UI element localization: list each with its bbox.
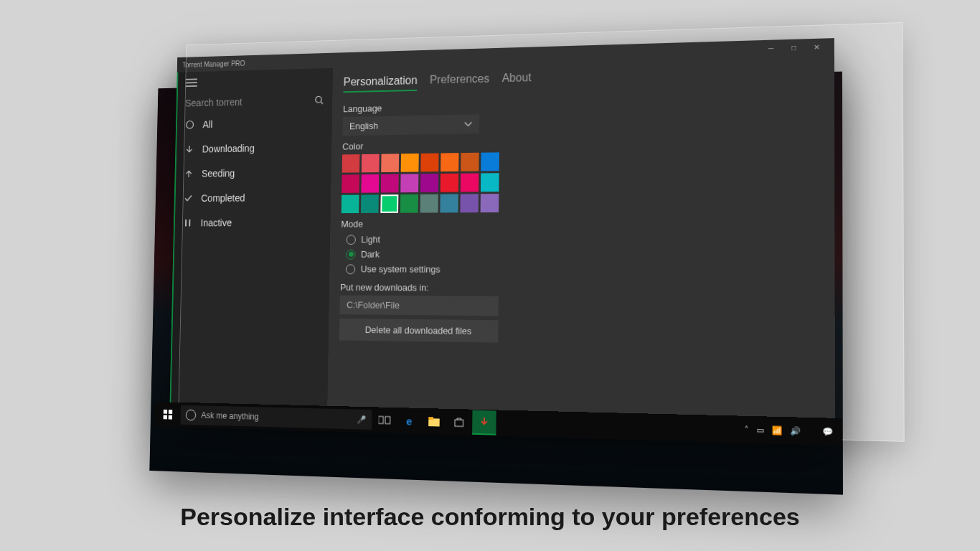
tab-preferences[interactable]: Preferences: [430, 72, 489, 90]
delete-files-button[interactable]: Delete all downloaded files: [339, 319, 499, 343]
color-swatch[interactable]: [440, 194, 458, 213]
svg-rect-6: [169, 415, 172, 420]
file-explorer-icon[interactable]: [422, 409, 446, 434]
cortana-icon: [186, 410, 197, 421]
wifi-icon[interactable]: 📶: [772, 425, 783, 435]
sidebar-item-seeding[interactable]: Seeding: [176, 159, 331, 186]
language-select[interactable]: English: [343, 114, 480, 136]
color-grid: [341, 148, 822, 213]
color-swatch[interactable]: [461, 174, 479, 192]
close-button[interactable]: ✕: [805, 39, 828, 55]
color-swatch[interactable]: [440, 174, 458, 192]
tray-expand-icon[interactable]: ˄: [745, 425, 749, 435]
sidebar: All Downloading Seeding Completed Inacti…: [169, 68, 333, 424]
radio-label: Dark: [361, 249, 380, 260]
start-button[interactable]: [156, 402, 180, 427]
cortana-search[interactable]: Ask me anything 🎤: [180, 405, 372, 430]
color-swatch[interactable]: [420, 174, 438, 192]
svg-point-1: [187, 121, 194, 129]
color-swatch[interactable]: [400, 194, 418, 213]
color-swatch[interactable]: [381, 154, 399, 172]
system-tray: ˄ ▭ 📶 🔊 💬: [745, 425, 840, 437]
app-title: Torrent Manager PRO: [182, 60, 245, 69]
tab-personalization[interactable]: Personalization: [343, 74, 417, 93]
color-swatch[interactable]: [420, 154, 438, 172]
language-value: English: [349, 121, 378, 131]
arrow-up-icon: [184, 168, 194, 179]
sidebar-item-completed[interactable]: Completed: [175, 184, 331, 210]
checkmark-icon: [183, 193, 194, 204]
main-panel: Personalization Preferences About Langua…: [327, 55, 835, 437]
torrent-app-icon[interactable]: [472, 410, 496, 435]
svg-rect-10: [428, 417, 433, 420]
svg-rect-4: [169, 410, 172, 414]
radio-label: Use system settings: [361, 264, 440, 275]
color-swatch[interactable]: [341, 195, 359, 214]
radio-icon: [346, 264, 355, 274]
sidebar-item-label: Completed: [201, 192, 245, 204]
search-input[interactable]: [185, 95, 314, 108]
store-icon[interactable]: [447, 410, 471, 435]
radio-icon: [346, 249, 355, 259]
arrow-down-icon: [184, 143, 195, 154]
color-swatch[interactable]: [481, 152, 499, 171]
volume-icon[interactable]: 🔊: [790, 425, 801, 435]
mic-icon: 🎤: [357, 415, 366, 424]
promo-caption: Personalize interface conforming to your…: [0, 503, 980, 531]
color-swatch[interactable]: [361, 174, 379, 193]
color-swatch[interactable]: [461, 153, 479, 171]
svg-rect-3: [164, 410, 167, 414]
downloads-path-input[interactable]: C:\Folder\File: [339, 296, 498, 316]
color-swatch[interactable]: [380, 194, 398, 213]
sidebar-item-label: Inactive: [200, 217, 232, 228]
radio-label: Light: [361, 234, 380, 245]
sidebar-item-label: Seeding: [202, 168, 235, 179]
svg-rect-7: [379, 416, 384, 423]
downloads-label: Put new downloads in:: [340, 282, 822, 296]
color-swatch[interactable]: [362, 154, 380, 173]
sidebar-item-label: Downloading: [202, 143, 255, 154]
svg-rect-5: [164, 415, 167, 419]
svg-rect-11: [455, 420, 463, 426]
minimize-button[interactable]: ─: [760, 40, 783, 55]
color-swatch[interactable]: [440, 153, 458, 171]
pause-icon: [182, 217, 193, 228]
color-swatch[interactable]: [381, 174, 399, 193]
maximize-button[interactable]: □: [782, 39, 805, 55]
chevron-down-icon: [464, 121, 473, 127]
color-swatch[interactable]: [481, 173, 499, 192]
mode-dark-radio[interactable]: Dark: [341, 247, 822, 263]
color-swatch[interactable]: [341, 174, 359, 193]
color-swatch[interactable]: [361, 194, 379, 213]
task-view-button[interactable]: [373, 408, 397, 433]
mode-label: Mode: [341, 217, 822, 230]
radio-icon: [347, 235, 356, 245]
color-swatch[interactable]: [481, 194, 499, 212]
search-icon[interactable]: [314, 95, 324, 106]
mode-light-radio[interactable]: Light: [341, 231, 822, 247]
hamburger-button[interactable]: [178, 68, 333, 94]
color-swatch[interactable]: [342, 154, 360, 173]
sidebar-item-label: All: [202, 119, 212, 130]
cortana-placeholder: Ask me anything: [201, 410, 352, 424]
app-window: Torrent Manager PRO ─ □ ✕ All: [169, 38, 835, 437]
circle-icon: [184, 119, 195, 130]
mode-system-radio[interactable]: Use system settings: [340, 262, 822, 278]
color-swatch[interactable]: [400, 174, 418, 192]
tab-about[interactable]: About: [501, 71, 531, 88]
sidebar-item-inactive[interactable]: Inactive: [175, 209, 331, 235]
color-swatch[interactable]: [460, 194, 479, 212]
svg-rect-8: [385, 417, 390, 424]
sidebar-item-all[interactable]: All: [177, 110, 333, 138]
battery-icon[interactable]: ▭: [756, 425, 764, 435]
svg-point-0: [316, 96, 321, 103]
sidebar-item-downloading[interactable]: Downloading: [176, 135, 332, 162]
tabs: Personalization Preferences About: [343, 61, 822, 98]
edge-icon[interactable]: e: [397, 408, 421, 433]
color-swatch[interactable]: [420, 194, 438, 213]
action-center-icon[interactable]: 💬: [822, 427, 833, 437]
color-swatch[interactable]: [401, 154, 419, 172]
